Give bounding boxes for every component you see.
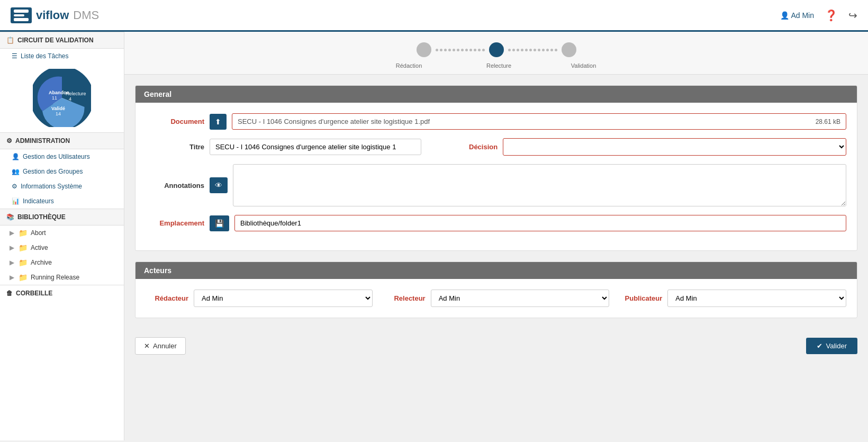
decision-select[interactable]: Approuvé Rejeté En attente: [503, 138, 846, 156]
sidebar-item-system[interactable]: ⚙ Informations Système: [0, 179, 124, 194]
svg-text:Validé: Validé: [51, 106, 65, 111]
sidebar-item-groups[interactable]: 👥 Gestion des Groupes: [0, 164, 124, 179]
folder-icon: 📁: [19, 229, 28, 237]
step-label-relecture: Relecture: [478, 62, 520, 69]
list-icon: ☰: [12, 52, 17, 60]
dots-1: [436, 49, 485, 51]
emplacement-save-button[interactable]: 💾: [210, 215, 229, 231]
svg-text:Relecture: Relecture: [66, 91, 86, 96]
bottom-bar: ✕ Annuler ✔ Valider: [124, 329, 868, 363]
svg-text:11: 11: [52, 95, 57, 101]
acteurs-section-header: Acteurs: [135, 262, 857, 279]
user-icon: 👤: [12, 153, 20, 160]
header-user[interactable]: 👤 Ad Min: [780, 11, 814, 20]
chart-container: Abandon 11 Relecture 4 Validé 14: [0, 64, 124, 132]
expand-icon: ▶: [10, 244, 14, 251]
main-content: Rédaction Relecture Validation General D…: [124, 32, 868, 440]
progress-steps: [417, 42, 576, 57]
sidebar-item-running-release[interactable]: ▶ 📁 Running Release: [0, 270, 124, 285]
step-labels: Rédaction Relecture Validation: [388, 62, 605, 69]
annuler-button[interactable]: ✕ Annuler: [135, 337, 186, 355]
step-label-validation: Validation: [563, 62, 605, 69]
redacteur-label: Rédacteur: [146, 294, 188, 302]
group-icon: 👥: [12, 168, 20, 175]
sidebar-item-indicateurs[interactable]: 📊 Indicateurs: [0, 194, 124, 209]
svg-text:4: 4: [69, 96, 71, 102]
expand-icon: ▶: [10, 274, 14, 281]
step-validation-circle: [562, 42, 576, 57]
redacteur-select[interactable]: Ad Min User 1 User 2: [194, 290, 373, 307]
decision-label: Décision: [469, 143, 498, 151]
redacteur-group: Rédacteur Ad Min User 1 User 2: [146, 290, 373, 307]
folder-icon: 📁: [19, 273, 28, 282]
sidebar-item-users[interactable]: 👤 Gestion des Utilisateurs: [0, 149, 124, 164]
header-right: 👤 Ad Min ❓ ↪: [780, 9, 857, 22]
gear-icon: ⚙: [6, 137, 12, 145]
valider-icon: ✔: [817, 342, 822, 350]
titre-label: Titre: [146, 143, 204, 151]
logo: viflow DMS: [11, 7, 99, 23]
sidebar-item-liste-taches[interactable]: ☰ Liste des Tâches: [0, 49, 124, 64]
logout-icon[interactable]: ↪: [848, 9, 857, 22]
trash-icon: 🗑: [6, 290, 13, 297]
step-label-redaction: Rédaction: [388, 62, 430, 69]
annuler-icon: ✕: [144, 342, 150, 350]
valider-button[interactable]: ✔ Valider: [806, 338, 857, 354]
titre-input[interactable]: [210, 139, 421, 155]
annotations-eye-button[interactable]: 👁: [210, 177, 228, 193]
upload-button[interactable]: ⬆: [210, 114, 227, 130]
actors-row: Rédacteur Ad Min User 1 User 2 Relecteur…: [146, 290, 846, 307]
emplacement-input[interactable]: [234, 215, 846, 231]
publicateur-select[interactable]: Ad Min User 1 User 2: [667, 290, 846, 307]
emplacement-label: Emplacement: [146, 219, 204, 227]
corbeille-section[interactable]: 🗑 CORBEILLE: [0, 285, 124, 301]
relecteur-label: Relecteur: [383, 294, 426, 302]
annuler-label: Annuler: [153, 342, 177, 350]
general-section-body: Document ⬆ SECU - I 1046 Consignes d'urg…: [135, 103, 857, 250]
layout: 📋 CIRCUIT DE VALIDATION ☰ Liste des Tâch…: [0, 32, 868, 440]
admin-section-title: ⚙ ADMINISTRATION: [0, 132, 124, 149]
annotations-textarea[interactable]: [233, 164, 846, 206]
sidebar-item-active[interactable]: ▶ 📁 Active: [0, 240, 124, 255]
folder-icon: 📁: [19, 258, 28, 267]
svg-rect-2: [14, 18, 29, 21]
relecteur-group: Relecteur Ad Min User 1 User 2: [383, 290, 610, 307]
logo-dms: DMS: [73, 8, 99, 22]
expand-icon: ▶: [10, 229, 14, 237]
progress-section: Rédaction Relecture Validation: [124, 32, 868, 75]
document-size: 28.61 kB: [816, 118, 840, 125]
document-filename: SECU - I 1046 Consignes d'urgence atelie…: [238, 118, 430, 125]
header: viflow DMS 👤 Ad Min ❓ ↪: [0, 0, 868, 32]
general-section: General Document ⬆ SECU - I 1046 Consign…: [135, 85, 857, 251]
chart-icon: 📊: [12, 197, 20, 205]
svg-rect-1: [14, 14, 24, 16]
emplacement-row: Emplacement 💾: [146, 215, 846, 231]
sidebar: 📋 CIRCUIT DE VALIDATION ☰ Liste des Tâch…: [0, 32, 124, 440]
help-icon[interactable]: ❓: [825, 9, 838, 22]
system-icon: ⚙: [12, 183, 17, 190]
valider-label: Valider: [826, 342, 847, 350]
dots-2: [508, 49, 557, 51]
document-label: Document: [146, 118, 204, 125]
general-section-header: General: [135, 86, 857, 103]
acteurs-section-body: Rédacteur Ad Min User 1 User 2 Relecteur…: [135, 279, 857, 318]
publicateur-group: Publicateur Ad Min User 1 User 2: [620, 290, 846, 307]
annotations-row: Annotations 👁: [146, 164, 846, 206]
book-icon: 📚: [6, 213, 14, 221]
pie-chart: Abandon 11 Relecture 4 Validé 14: [33, 69, 91, 127]
circuit-icon: 📋: [6, 37, 14, 44]
expand-icon: ▶: [10, 259, 14, 266]
svg-text:14: 14: [56, 111, 61, 116]
logo-text: viflow: [36, 8, 69, 22]
sidebar-item-abort[interactable]: ▶ 📁 Abort: [0, 225, 124, 240]
publicateur-label: Publicateur: [620, 294, 662, 302]
step-relecture-circle: [489, 42, 504, 57]
titre-row: Titre Décision Approuvé Rejeté En attent…: [146, 138, 846, 156]
document-row: Document ⬆ SECU - I 1046 Consignes d'urg…: [146, 113, 846, 130]
sidebar-item-archive[interactable]: ▶ 📁 Archive: [0, 255, 124, 270]
svg-rect-0: [14, 10, 29, 13]
relecteur-select[interactable]: Ad Min User 1 User 2: [431, 290, 610, 307]
circuit-section-title: 📋 CIRCUIT DE VALIDATION: [0, 32, 124, 49]
logo-icon: [11, 7, 32, 23]
step-redaction-circle: [417, 42, 431, 57]
